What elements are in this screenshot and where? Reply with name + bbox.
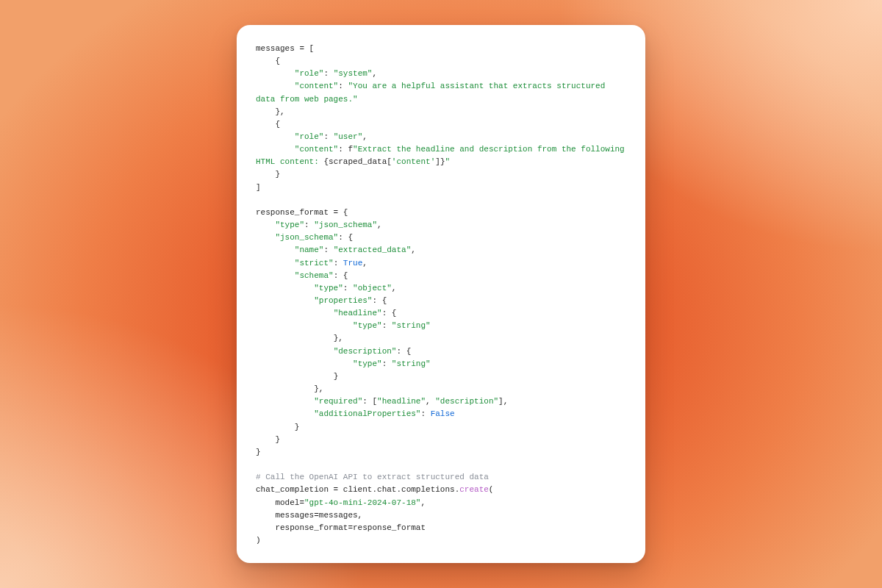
code-line: { (256, 57, 280, 65)
code-card: messages = [ { "role": "system", "conten… (237, 25, 645, 563)
code-line: messages = [ (256, 44, 314, 53)
code-block: messages = [ { "role": "system", "conten… (256, 43, 626, 547)
